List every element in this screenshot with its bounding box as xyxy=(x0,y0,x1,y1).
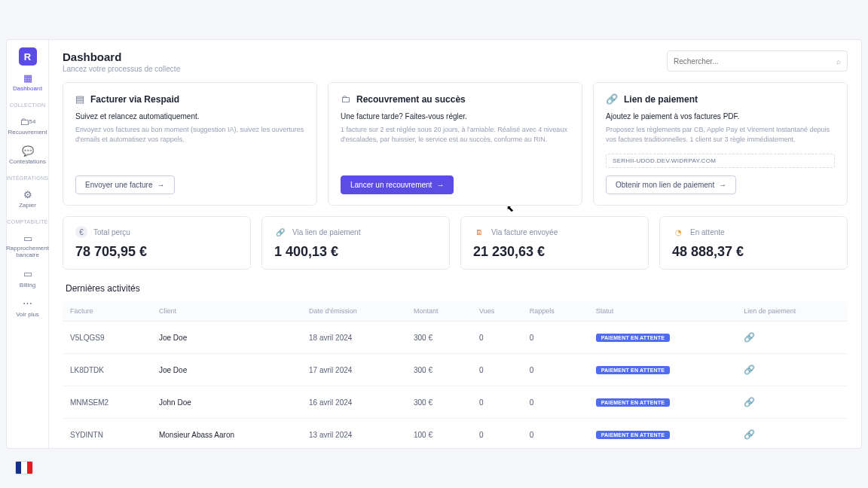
sidebar-label: Recouvrement xyxy=(8,129,47,136)
app-logo[interactable]: R xyxy=(19,47,37,66)
cell-lien: 🔗 xyxy=(736,322,848,354)
sidebar-section-compta: COMPTABILITÉ xyxy=(7,219,47,224)
cell-client: Monsieur Abass Aaron xyxy=(151,419,301,448)
cell-statut: PAIEMENT EN ATTENTE xyxy=(588,322,737,354)
link-icon[interactable]: 🔗 xyxy=(744,429,755,440)
link-icon[interactable]: 🔗 xyxy=(744,364,755,375)
stat-value: 21 230,63 € xyxy=(473,244,636,260)
table-row[interactable]: V5LQGS9Joe Doe18 avril 2024300 €00PAIEME… xyxy=(63,322,848,354)
card-title: Recouvrement au succès xyxy=(356,94,466,105)
cell-vues: 0 xyxy=(472,386,522,419)
cell-lien: 🔗 xyxy=(736,354,848,386)
stat-label: Total perçu xyxy=(93,228,130,236)
more-icon: ⋯ xyxy=(22,297,34,310)
card-recouvrement: 🗀 Recouvrement au succès Une facture tar… xyxy=(328,82,582,206)
lancer-recouvrement-button[interactable]: Lancer un recouvrement→ xyxy=(341,175,454,194)
col-statut: Statut xyxy=(588,301,737,322)
activities-title: Dernières activités xyxy=(66,283,848,294)
cell-montant: 100 € xyxy=(406,419,472,448)
search-input[interactable]: ⌕ xyxy=(667,50,848,72)
stat-value: 1 400,13 € xyxy=(274,244,437,260)
stat-via-lien: 🔗Via lien de paiement 1 400,13 € xyxy=(261,216,450,270)
sidebar-label: Contestations xyxy=(9,158,46,165)
activities-table: Facture Client Date d'émission Montant V… xyxy=(63,301,848,448)
payment-link-url[interactable]: SERHII-UDOD.DEV.WIDRPAY.COM xyxy=(606,154,835,168)
stat-total-percu: €Total perçu 78 705,95 € xyxy=(63,216,251,270)
clock-icon: ◔ xyxy=(672,226,684,238)
page-subtitle: Lancez votre processus de collecte xyxy=(63,65,180,73)
invoice-icon: ▤ xyxy=(75,93,84,105)
stat-value: 48 888,37 € xyxy=(672,244,835,260)
stat-label: En attente xyxy=(690,228,725,236)
cell-montant: 300 € xyxy=(406,354,472,386)
link-icon[interactable]: 🔗 xyxy=(744,397,755,407)
col-rappels: Rappels xyxy=(522,301,588,322)
envoyer-facture-button[interactable]: Envoyer une facture→ xyxy=(75,175,175,194)
card-title: Facturer via Respaid xyxy=(90,94,179,105)
page-title: Dashboard xyxy=(63,50,180,63)
search-icon: ⌕ xyxy=(836,57,841,66)
cell-date: 13 avril 2024 xyxy=(301,419,406,448)
col-date: Date d'émission xyxy=(301,301,406,322)
card-lead: Une facture tarde? Faites-vous régler. xyxy=(341,112,570,120)
folder-icon: 🗀 xyxy=(341,93,350,105)
sidebar-item-billing[interactable]: ▭ Billing xyxy=(7,265,48,291)
table-row[interactable]: SYDINTNMonsieur Abass Aaron13 avril 2024… xyxy=(63,419,848,448)
link-icon: 🔗 xyxy=(606,93,618,105)
stat-en-attente: ◔En attente 48 888,37 € xyxy=(659,216,848,270)
card-lead: Ajoutez le paiement à vos factures PDF. xyxy=(606,112,835,120)
folder-icon: 🗀 54 xyxy=(22,115,34,127)
arrow-right-icon: → xyxy=(157,181,165,189)
card-desc: Envoyez vos factures au bon moment (sugg… xyxy=(75,125,304,145)
sidebar-item-recouvrement[interactable]: 🗀 54 Recouvrement xyxy=(7,112,48,139)
cell-facture: SYDINTN xyxy=(63,419,151,448)
cell-facture: V5LQGS9 xyxy=(63,322,151,354)
col-montant: Montant xyxy=(406,301,472,322)
sidebar-item-rapprochement[interactable]: ▭ Rapprochement bancaire xyxy=(7,229,48,262)
sidebar-item-dashboard[interactable]: ▦ Dashboard xyxy=(7,69,48,95)
sidebar: R ▦ Dashboard COLLECTION 🗀 54 Recouvreme… xyxy=(7,40,49,448)
col-vues: Vues xyxy=(472,301,522,322)
arrow-right-icon: → xyxy=(719,181,726,189)
obtenir-lien-button[interactable]: Obtenir mon lien de paiement→ xyxy=(606,175,736,194)
main-content: Dashboard Lancez votre processus de coll… xyxy=(49,40,861,448)
card-title: Lien de paiement xyxy=(624,94,698,105)
status-badge: PAIEMENT EN ATTENTE xyxy=(596,366,671,374)
sidebar-item-contestations[interactable]: 💬 Contestations xyxy=(7,142,48,168)
col-client: Client xyxy=(151,301,301,322)
cell-rappels: 0 xyxy=(522,354,588,386)
chat-icon: 💬 xyxy=(22,145,34,157)
link-icon: 🔗 xyxy=(274,226,286,238)
search-field[interactable] xyxy=(674,57,836,66)
status-badge: PAIEMENT EN ATTENTE xyxy=(596,334,671,342)
cell-lien: 🔗 xyxy=(736,386,848,419)
cell-vues: 0 xyxy=(472,322,522,354)
cell-date: 16 avril 2024 xyxy=(301,386,406,419)
cell-client: John Doe xyxy=(151,386,301,419)
card-desc: Proposez les règlements par CB, Apple Pa… xyxy=(606,125,835,145)
dashboard-icon: ▦ xyxy=(22,72,34,84)
sidebar-item-zapier[interactable]: ⚙ Zapier xyxy=(7,185,48,212)
col-facture: Facture xyxy=(63,301,151,322)
table-row[interactable]: MNMSEM2John Doe16 avril 2024300 €00PAIEM… xyxy=(63,386,848,419)
cell-vues: 0 xyxy=(472,354,522,386)
card-facturer: ▤ Facturer via Respaid Suivez et relance… xyxy=(63,82,317,206)
table-row[interactable]: LK8DTDKJoe Doe17 avril 2024300 €00PAIEME… xyxy=(63,354,848,386)
sidebar-label: Voir plus xyxy=(16,311,39,318)
language-flag-fr[interactable] xyxy=(15,461,33,474)
cell-client: Joe Doe xyxy=(151,354,301,386)
stat-label: Via lien de paiement xyxy=(292,228,360,236)
cell-statut: PAIEMENT EN ATTENTE xyxy=(588,386,737,419)
link-icon[interactable]: 🔗 xyxy=(744,332,755,343)
cell-montant: 300 € xyxy=(406,322,472,354)
cell-montant: 300 € xyxy=(406,386,472,419)
col-lien: Lien de paiement xyxy=(736,301,848,322)
sidebar-section-integrations: INTÉGRATIONS xyxy=(7,175,49,181)
cell-client: Joe Doe xyxy=(151,322,301,354)
cell-statut: PAIEMENT EN ATTENTE xyxy=(588,354,737,386)
sidebar-item-voir-plus[interactable]: ⋯ Voir plus xyxy=(7,294,48,321)
billing-icon: ▭ xyxy=(22,268,34,280)
status-badge: PAIEMENT EN ATTENTE xyxy=(596,398,671,407)
stat-via-facture: 🗎Via facture envoyée 21 230,63 € xyxy=(460,216,649,270)
cell-statut: PAIEMENT EN ATTENTE xyxy=(588,419,737,448)
